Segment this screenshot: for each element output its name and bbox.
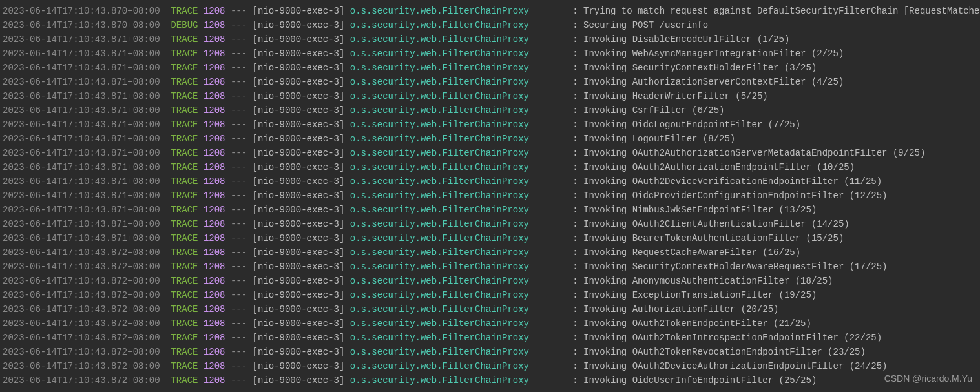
- log-colon: :: [567, 302, 583, 316]
- log-line[interactable]: 2023-06-14T17:10:43.871+08:00 TRACE 1208…: [0, 217, 980, 231]
- log-line[interactable]: 2023-06-14T17:10:43.871+08:00 TRACE 1208…: [0, 103, 980, 118]
- log-thread: [nio-9000-exec-3]: [253, 302, 345, 316]
- log-line[interactable]: 2023-06-14T17:10:43.871+08:00 TRACE 1208…: [0, 231, 980, 245]
- log-message: Invoking CsrfFilter (6/25): [583, 103, 724, 118]
- log-line[interactable]: 2023-06-14T17:10:43.872+08:00 TRACE 1208…: [0, 331, 980, 345]
- log-line[interactable]: 2023-06-14T17:10:43.872+08:00 TRACE 1208…: [0, 302, 980, 316]
- log-line[interactable]: 2023-06-14T17:10:43.871+08:00 TRACE 1208…: [0, 89, 980, 103]
- log-colon: :: [567, 118, 583, 132]
- log-line[interactable]: 2023-06-14T17:10:43.871+08:00 TRACE 1208…: [0, 46, 980, 61]
- log-timestamp: 2023-06-14T17:10:43.871+08:00: [3, 75, 160, 89]
- log-colon: :: [567, 245, 583, 260]
- log-logger: o.s.security.web.FilterChainProxy: [350, 302, 567, 316]
- log-pid: 1208: [203, 274, 225, 288]
- log-line[interactable]: 2023-06-14T17:10:43.871+08:00 TRACE 1208…: [0, 61, 980, 75]
- log-line[interactable]: 2023-06-14T17:10:43.872+08:00 TRACE 1208…: [0, 359, 980, 373]
- log-separator: ---: [231, 217, 247, 231]
- log-message: Invoking OAuth2DeviceVerificationEndpoin…: [583, 174, 882, 189]
- log-level: TRACE: [171, 89, 198, 103]
- log-timestamp: 2023-06-14T17:10:43.871+08:00: [3, 203, 160, 217]
- log-level: TRACE: [171, 203, 198, 217]
- log-colon: :: [567, 132, 583, 146]
- log-line[interactable]: 2023-06-14T17:10:43.872+08:00 TRACE 1208…: [0, 260, 980, 274]
- log-level: TRACE: [171, 118, 198, 132]
- log-line[interactable]: 2023-06-14T17:10:43.870+08:00 DEBUG 1208…: [0, 18, 980, 32]
- log-separator: ---: [231, 32, 247, 46]
- log-line[interactable]: 2023-06-14T17:10:43.872+08:00 TRACE 1208…: [0, 316, 980, 331]
- log-logger: o.s.security.web.FilterChainProxy: [350, 217, 567, 231]
- log-line[interactable]: 2023-06-14T17:10:43.872+08:00 TRACE 1208…: [0, 345, 980, 359]
- log-logger: o.s.security.web.FilterChainProxy: [350, 288, 567, 302]
- log-level: TRACE: [171, 274, 198, 288]
- log-timestamp: 2023-06-14T17:10:43.872+08:00: [3, 245, 160, 260]
- log-level: TRACE: [171, 189, 198, 203]
- log-colon: :: [567, 75, 583, 89]
- log-level: TRACE: [171, 345, 198, 359]
- log-line[interactable]: 2023-06-14T17:10:43.871+08:00 TRACE 1208…: [0, 160, 980, 174]
- log-colon: :: [567, 32, 583, 46]
- log-line[interactable]: 2023-06-14T17:10:43.872+08:00 TRACE 1208…: [0, 274, 980, 288]
- log-line[interactable]: 2023-06-14T17:10:43.871+08:00 TRACE 1208…: [0, 189, 980, 203]
- log-message: Invoking DisableEncodeUrlFilter (1/25): [583, 32, 789, 46]
- log-level: DEBUG: [171, 18, 198, 32]
- log-pid: 1208: [203, 203, 225, 217]
- log-colon: :: [567, 203, 583, 217]
- log-line[interactable]: 2023-06-14T17:10:43.871+08:00 TRACE 1208…: [0, 75, 980, 89]
- log-line[interactable]: 2023-06-14T17:10:43.870+08:00 TRACE 1208…: [0, 4, 980, 18]
- log-pid: 1208: [203, 32, 225, 46]
- log-message: Invoking OidcLogoutEndpointFilter (7/25): [583, 118, 800, 132]
- log-thread: [nio-9000-exec-3]: [253, 118, 345, 132]
- log-level: TRACE: [171, 316, 198, 331]
- log-thread: [nio-9000-exec-3]: [253, 217, 345, 231]
- log-pid: 1208: [203, 345, 225, 359]
- log-level: TRACE: [171, 4, 198, 18]
- log-colon: :: [567, 331, 583, 345]
- log-timestamp: 2023-06-14T17:10:43.871+08:00: [3, 46, 160, 61]
- log-colon: :: [567, 160, 583, 174]
- log-pid: 1208: [203, 146, 225, 160]
- log-level: TRACE: [171, 146, 198, 160]
- log-message: Invoking OAuth2AuthorizationServerMetada…: [583, 146, 925, 160]
- log-colon: :: [567, 316, 583, 331]
- log-line[interactable]: 2023-06-14T17:10:43.872+08:00 TRACE 1208…: [0, 245, 980, 260]
- log-line[interactable]: 2023-06-14T17:10:43.872+08:00 TRACE 1208…: [0, 373, 980, 387]
- log-level: TRACE: [171, 75, 198, 89]
- log-message: Invoking RequestCacheAwareFilter (16/25): [583, 245, 800, 260]
- log-line[interactable]: 2023-06-14T17:10:43.871+08:00 TRACE 1208…: [0, 146, 980, 160]
- log-message: Trying to match request against DefaultS…: [583, 4, 980, 18]
- log-line[interactable]: 2023-06-14T17:10:43.871+08:00 TRACE 1208…: [0, 132, 980, 146]
- log-logger: o.s.security.web.FilterChainProxy: [350, 32, 567, 46]
- log-thread: [nio-9000-exec-3]: [253, 345, 345, 359]
- log-colon: :: [567, 288, 583, 302]
- log-logger: o.s.security.web.FilterChainProxy: [350, 260, 567, 274]
- log-line[interactable]: 2023-06-14T17:10:43.871+08:00 TRACE 1208…: [0, 118, 980, 132]
- log-timestamp: 2023-06-14T17:10:43.871+08:00: [3, 32, 160, 46]
- log-separator: ---: [231, 4, 247, 18]
- log-line[interactable]: 2023-06-14T17:10:43.871+08:00 TRACE 1208…: [0, 32, 980, 46]
- log-message: Invoking NimbusJwkSetEndpointFilter (13/…: [583, 203, 817, 217]
- log-pid: 1208: [203, 118, 225, 132]
- log-message: Invoking OAuth2TokenRevocationEndpointFi…: [583, 345, 866, 359]
- log-separator: ---: [231, 331, 247, 345]
- log-separator: ---: [231, 345, 247, 359]
- log-separator: ---: [231, 118, 247, 132]
- log-line[interactable]: 2023-06-14T17:10:43.871+08:00 TRACE 1208…: [0, 203, 980, 217]
- log-thread: [nio-9000-exec-3]: [253, 174, 345, 189]
- log-output[interactable]: 2023-06-14T17:10:43.870+08:00 TRACE 1208…: [0, 4, 980, 387]
- log-level: TRACE: [171, 160, 198, 174]
- log-level: TRACE: [171, 373, 198, 387]
- log-line[interactable]: 2023-06-14T17:10:43.871+08:00 TRACE 1208…: [0, 174, 980, 189]
- log-line[interactable]: 2023-06-14T17:10:43.872+08:00 TRACE 1208…: [0, 288, 980, 302]
- log-message: Invoking SecurityContextHolderFilter (3/…: [583, 61, 817, 75]
- log-thread: [nio-9000-exec-3]: [253, 132, 345, 146]
- log-pid: 1208: [203, 373, 225, 387]
- log-logger: o.s.security.web.FilterChainProxy: [350, 274, 567, 288]
- log-pid: 1208: [203, 46, 225, 61]
- log-colon: :: [567, 345, 583, 359]
- log-timestamp: 2023-06-14T17:10:43.871+08:00: [3, 61, 160, 75]
- log-separator: ---: [231, 302, 247, 316]
- log-colon: :: [567, 103, 583, 118]
- log-colon: :: [567, 373, 583, 387]
- log-message: Invoking AuthorizationFilter (20/25): [583, 302, 778, 316]
- log-separator: ---: [231, 260, 247, 274]
